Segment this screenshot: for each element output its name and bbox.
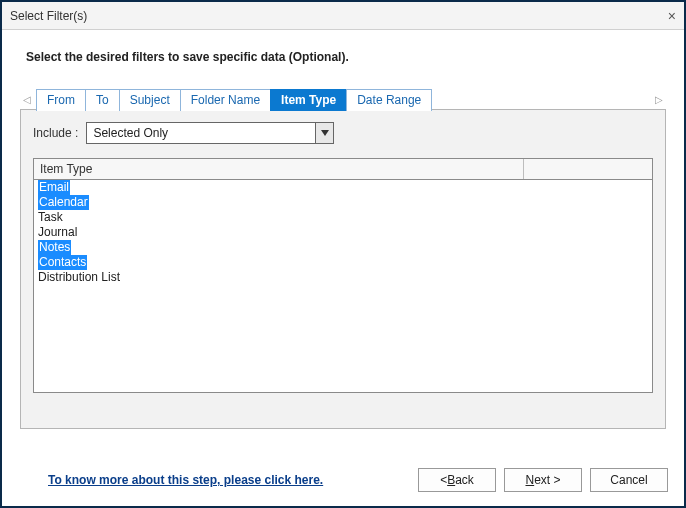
close-icon[interactable]: × [668, 9, 676, 23]
cancel-button[interactable]: Cancel [590, 468, 668, 492]
tab-folder-name[interactable]: Folder Name [180, 89, 271, 111]
include-label: Include : [33, 126, 78, 140]
tabstrip: ◁ FromToSubjectFolder NameItem TypeDate … [20, 88, 666, 110]
footer: To know more about this step, please cli… [2, 458, 684, 506]
list-item-label: Task [38, 210, 63, 225]
list-item-label: Calendar [38, 195, 89, 210]
list-item[interactable]: Contacts [34, 255, 652, 270]
column-header-spare [524, 159, 652, 179]
list-header: Item Type [34, 159, 652, 180]
next-button[interactable]: Next > [504, 468, 582, 492]
filter-panel: Include : Selected Only Item Type EmailC… [20, 109, 666, 429]
chevron-down-icon[interactable] [315, 123, 333, 143]
svg-marker-0 [321, 130, 329, 136]
column-header-item-type[interactable]: Item Type [34, 159, 524, 179]
instruction-text: Select the desired filters to save speci… [26, 50, 666, 64]
window-title: Select Filter(s) [10, 9, 87, 23]
list-item[interactable]: Notes [34, 240, 652, 255]
list-item-label: Journal [38, 225, 77, 240]
list-item-label: Notes [38, 240, 71, 255]
include-row: Include : Selected Only [33, 122, 653, 144]
item-type-listbox[interactable]: Item Type EmailCalendarTaskJournalNotesC… [33, 158, 653, 393]
list-item[interactable]: Calendar [34, 195, 652, 210]
list-item[interactable]: Distribution List [34, 270, 652, 285]
include-value: Selected Only [87, 126, 315, 140]
tab-date-range[interactable]: Date Range [346, 89, 432, 111]
tab-scroll-right-icon[interactable]: ▷ [652, 94, 666, 105]
titlebar: Select Filter(s) × [2, 2, 684, 30]
help-link[interactable]: To know more about this step, please cli… [48, 473, 323, 487]
list-item[interactable]: Email [34, 180, 652, 195]
tab-to[interactable]: To [85, 89, 120, 111]
list-item-label: Email [38, 180, 70, 195]
include-combobox[interactable]: Selected Only [86, 122, 334, 144]
tab-from[interactable]: From [36, 89, 86, 111]
tab-scroll-left-icon[interactable]: ◁ [20, 94, 34, 105]
list-item[interactable]: Task [34, 210, 652, 225]
dialog-content: Select the desired filters to save speci… [2, 30, 684, 429]
back-button[interactable]: < Back [418, 468, 496, 492]
tab-item-type[interactable]: Item Type [270, 89, 347, 111]
list-item-label: Contacts [38, 255, 87, 270]
tab-subject[interactable]: Subject [119, 89, 181, 111]
button-row: < Back Next > Cancel [418, 468, 668, 492]
list-item[interactable]: Journal [34, 225, 652, 240]
list-item-label: Distribution List [38, 270, 120, 285]
